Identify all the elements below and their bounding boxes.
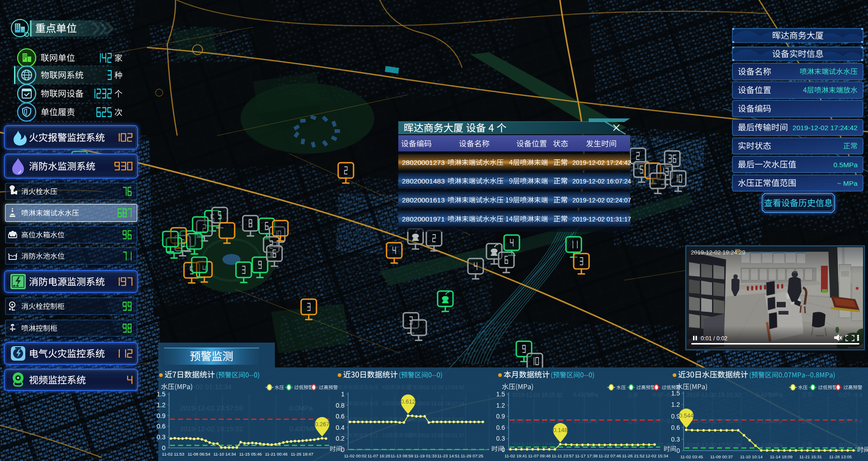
svg-text:1.5: 1.5 <box>157 390 166 398</box>
svg-text:28020001971: 28020001971 <box>402 215 445 223</box>
svg-text:1: 1 <box>341 390 344 398</box>
svg-text:0.3: 0.3 <box>496 435 505 442</box>
svg-text:11-07 16:28: 11-07 16:28 <box>368 453 390 458</box>
svg-text:11-13 08:59: 11-13 08:59 <box>391 453 413 458</box>
svg-text:2019-12-02 17:55:45: 2019-12-02 17:55:45 <box>686 418 741 424</box>
svg-text:0.267: 0.267 <box>315 421 330 428</box>
svg-text:11-14 18:09: 11-14 18:09 <box>770 454 793 459</box>
svg-text:0.07--0.8: 0.07--0.8 <box>839 391 863 398</box>
svg-text:0.3: 0.3 <box>157 433 166 441</box>
svg-text:2019-12-02 01:31:17: 2019-12-02 01:31:17 <box>418 433 464 438</box>
svg-text:0.437MPa: 0.437MPa <box>756 391 783 398</box>
svg-text:0.9: 0.9 <box>157 412 166 419</box>
svg-text:0.9: 0.9 <box>496 413 505 420</box>
svg-text:0: 0 <box>341 446 344 453</box>
svg-text:0.6: 0.6 <box>671 424 680 431</box>
svg-text:11-19 01:33: 11-19 01:33 <box>414 453 437 458</box>
svg-text:0.4: 0.4 <box>336 424 345 431</box>
svg-text:0.07--0.8: 0.07--0.8 <box>653 442 675 448</box>
svg-text:2019-12-02 19:15:32: 2019-12-02 19:15:32 <box>512 392 563 398</box>
svg-text:0.07--0.8: 0.07--0.8 <box>839 418 863 424</box>
svg-text:11-29 07:25: 11-29 07:25 <box>461 453 483 458</box>
svg-text:28020001483: 28020001483 <box>402 177 445 185</box>
svg-text:0: 0 <box>501 446 505 453</box>
svg-text:0.6: 0.6 <box>157 423 166 430</box>
svg-text:12-02 15:34: 12-02 15:34 <box>646 453 669 458</box>
svg-text:2019-12-02 17:24:42: 2019-12-02 17:24:42 <box>418 385 464 390</box>
svg-text:0: 0 <box>676 447 680 454</box>
svg-text:2019-12-02 16:07:24: 2019-12-02 16:07:24 <box>418 401 464 406</box>
svg-text:11-02 11:53: 11-02 11:53 <box>162 452 184 456</box>
svg-text:2019-12-02 17:24:42: 2019-12-02 17:24:42 <box>572 159 631 166</box>
svg-text:0.5MPa: 0.5MPa <box>834 161 858 169</box>
svg-text:2019-12-01 23:57:59: 2019-12-01 23:57:59 <box>180 404 243 412</box>
svg-text:9-12-02 01:12:34: 9-12-02 01:12:34 <box>180 383 231 390</box>
svg-text:2019-12-02 19:15:32: 2019-12-02 19:15:32 <box>180 425 243 433</box>
svg-text:11-02 00:02: 11-02 00:02 <box>344 453 367 458</box>
svg-text:0.148: 0.148 <box>553 427 568 433</box>
svg-text:2019-12-02 17:52:26: 2019-12-02 17:52:26 <box>686 442 741 448</box>
svg-text:0.115MPa: 0.115MPa <box>573 418 598 424</box>
svg-text:0.045MPa: 0.045MPa <box>289 383 321 390</box>
svg-text:11-15 05:46: 11-15 05:46 <box>239 452 262 456</box>
svg-text:0:01 / 0:02: 0:01 / 0:02 <box>701 335 727 342</box>
svg-text:~ MPa: ~ MPa <box>837 179 858 187</box>
svg-text:1.5: 1.5 <box>671 390 680 397</box>
svg-text:11-23 14:51: 11-23 14:51 <box>437 453 460 458</box>
svg-text:1.5: 1.5 <box>496 390 505 398</box>
svg-text:2019-12-02 17:52:26: 2019-12-02 17:52:26 <box>512 442 563 448</box>
svg-text:1.2: 1.2 <box>157 401 166 409</box>
svg-text:11-07 09:48: 11-07 09:48 <box>528 453 551 458</box>
svg-text:11-21 00:46: 11-21 00:46 <box>265 452 288 456</box>
svg-text:28020001613: 28020001613 <box>402 196 445 204</box>
svg-text:0.126MPa: 0.126MPa <box>756 442 783 448</box>
svg-text:11-08 06:54: 11-08 06:54 <box>188 452 210 456</box>
svg-text:0.0MPa: 0.0MPa <box>289 404 313 412</box>
svg-text:11-17 17:38: 11-17 17:38 <box>575 453 598 458</box>
svg-text:11-02 03:45: 11-02 03:45 <box>680 454 703 459</box>
svg-text:11-10 14:34: 11-10 14:34 <box>213 452 236 456</box>
svg-text:11-26 19:47: 11-26 19:47 <box>291 452 313 456</box>
svg-text:0.115MPa: 0.115MPa <box>756 418 783 424</box>
svg-text:0.612: 0.612 <box>401 398 415 405</box>
svg-text:0.6: 0.6 <box>496 424 505 431</box>
svg-text:1.2: 1.2 <box>496 402 505 409</box>
svg-text:2019-12-02 02:24:07: 2019-12-02 02:24:07 <box>572 197 631 204</box>
svg-text:11-21 15:31: 11-21 15:31 <box>799 454 822 459</box>
svg-text:11-09 00:37: 11-09 00:37 <box>710 454 733 459</box>
svg-text:0.544: 0.544 <box>679 412 694 419</box>
svg-text:0: 0 <box>162 444 165 452</box>
svg-text:2019-12-02 16:07:24: 2019-12-02 16:07:24 <box>572 178 631 185</box>
svg-text:2019-12-02 19:15:32: 2019-12-02 19:15:32 <box>686 391 741 398</box>
svg-text:1.2: 1.2 <box>671 401 680 408</box>
svg-text:2019-12-02 01:31:17: 2019-12-02 01:31:17 <box>572 216 631 223</box>
svg-text:0.437MPa: 0.437MPa <box>573 392 598 398</box>
svg-text:2019-12-02 19:24:29: 2019-12-02 19:24:29 <box>691 249 745 256</box>
svg-text:11-10 10:14: 11-10 10:14 <box>740 454 763 459</box>
svg-text:2019-12-02 17:24:42: 2019-12-02 17:24:42 <box>793 124 858 132</box>
svg-text:11-22 07:46: 11-22 07:46 <box>599 453 621 458</box>
svg-text:0.3: 0.3 <box>671 436 680 443</box>
svg-text:11-26 21:52: 11-26 21:52 <box>622 453 645 458</box>
svg-text:11-11 23:57: 11-11 23:57 <box>552 453 574 458</box>
svg-text:11-02 19:41: 11-02 19:41 <box>505 453 527 458</box>
svg-text:28020001273: 28020001273 <box>402 159 445 166</box>
svg-text:11-28 13:05: 11-28 13:05 <box>829 454 852 459</box>
svg-text:2019-12-02 17:55:45: 2019-12-02 17:55:45 <box>512 418 563 424</box>
